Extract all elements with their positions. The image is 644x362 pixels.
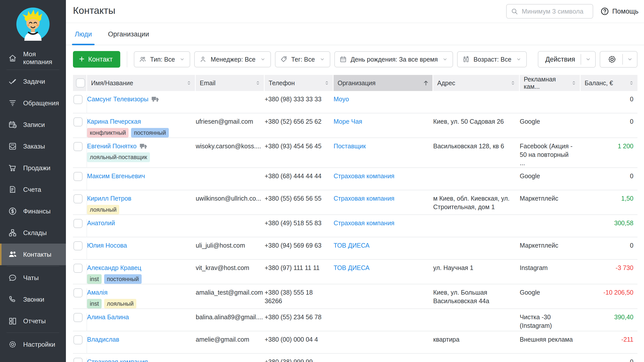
row-checkbox[interactable] <box>73 95 83 104</box>
orders-icon <box>8 142 17 151</box>
cell-balance: 0 <box>581 358 637 362</box>
organization-link[interactable]: Moyo <box>334 96 349 103</box>
row-checkbox[interactable] <box>73 117 83 126</box>
cell-balance: 1 200 <box>581 142 637 167</box>
row-select-cell <box>73 219 87 237</box>
sidebar-item-finance[interactable]: Финансы <box>0 200 66 222</box>
row-checkbox[interactable] <box>73 142 83 151</box>
column-header-phone[interactable]: Телефон <box>265 75 334 91</box>
cell-balance: 1,50 <box>581 194 637 214</box>
sidebar-item-label: Контакты <box>23 251 51 258</box>
organization-link[interactable]: Страховая компания <box>334 195 394 202</box>
column-header-campaign[interactable]: Рекламная кам... <box>520 75 581 91</box>
people-icon <box>139 56 146 63</box>
contact-name-link[interactable]: Алина Балина <box>87 313 129 321</box>
sidebar-item-inquiries[interactable]: Обращения <box>0 92 66 114</box>
cell-campaign: Маркетплейс <box>520 241 581 259</box>
actions-button[interactable]: Действия <box>538 51 596 68</box>
search-box <box>506 4 593 19</box>
contact-name-link[interactable]: Кирилл Петров <box>87 194 131 203</box>
sidebar-item-tasks[interactable]: Задачи <box>0 71 66 92</box>
row-checkbox[interactable] <box>73 264 83 273</box>
sidebar-item-invoices[interactable]: Счета <box>0 179 66 200</box>
sidebar-item-chats[interactable]: Чаты <box>0 267 66 289</box>
help-button[interactable]: Помощь <box>600 7 638 16</box>
sidebar-item-sales[interactable]: Продажи <box>0 157 66 179</box>
cell-name: Карина Печерскаяконфликтныйпостоянный <box>87 117 196 138</box>
table-row: Александр Кравецinstпостоянныйvit_krav@h… <box>73 260 637 284</box>
contact-name-link[interactable]: Карина Печерская <box>87 117 141 126</box>
contact-name-link[interactable]: Александр Кравец <box>87 264 141 272</box>
table-settings-button[interactable] <box>600 51 637 68</box>
row-select-cell <box>73 358 87 362</box>
filter-label: Тип: Все <box>150 56 175 63</box>
contact-name-link[interactable]: Евгений Понятко <box>87 142 137 150</box>
actions-dropdown-toggle[interactable] <box>581 56 595 63</box>
organization-link[interactable]: ТОВ ДИЕСА <box>334 242 370 249</box>
row-select-cell <box>73 172 87 190</box>
row-checkbox[interactable] <box>73 241 83 250</box>
row-checkbox[interactable] <box>73 172 83 181</box>
add-contact-button[interactable]: + Контакт <box>73 51 120 68</box>
contact-name-link[interactable]: Страховая компания <box>87 358 148 362</box>
filter-tag[interactable]: Тег: Все <box>275 51 330 67</box>
organization-link[interactable]: Поставщик <box>334 143 366 150</box>
tab-people[interactable]: Люди <box>74 30 93 45</box>
organization-link[interactable]: Страховая компания <box>334 219 394 227</box>
name-line: Евгений Понятко <box>87 142 191 150</box>
contact-name-link[interactable]: Анатолий <box>87 219 115 227</box>
filter-age[interactable]: Возраст: Все <box>457 51 527 67</box>
sidebar-item-records[interactable]: Записи <box>0 114 66 135</box>
contact-name-link[interactable]: Владислав <box>87 335 119 344</box>
row-checkbox[interactable] <box>73 313 83 322</box>
age-icon <box>462 56 470 63</box>
contact-tag: постоянный <box>104 274 142 284</box>
filter-birthday[interactable]: День рождения: За все время <box>334 51 453 67</box>
funnel-icon <box>8 99 17 108</box>
organization-link[interactable]: Море Чая <box>334 118 362 125</box>
cell-address: м Киев, обл. Киевская, ул. Строительная,… <box>433 194 520 214</box>
filters-group: Тип: ВсеМенеджер: ВсеТег: ВсеДень рожден… <box>134 51 527 67</box>
settings-dropdown-toggle[interactable] <box>623 56 637 63</box>
column-header-balance[interactable]: Баланс, € <box>581 75 637 91</box>
sidebar-item-reports[interactable]: Отчеты <box>0 310 66 332</box>
row-checkbox[interactable] <box>73 194 83 203</box>
row-checkbox[interactable] <box>73 335 83 344</box>
sidebar-item-settings[interactable]: Настройки <box>0 334 66 355</box>
table-row: Максим Евгеньевич+380 (68) 444 44 44Стра… <box>73 168 637 190</box>
column-label: Баланс, € <box>585 79 613 87</box>
sidebar-item-warehouses[interactable]: Склады <box>0 222 66 244</box>
cell-organization <box>334 335 433 353</box>
tag-list: лояльный <box>87 205 191 214</box>
sidebar-item-contacts[interactable]: Контакты <box>0 244 66 265</box>
organization-link[interactable]: ТОВ ДИЕСА <box>334 264 370 271</box>
cart-icon <box>8 163 17 172</box>
select-all-checkbox[interactable] <box>76 78 85 87</box>
row-checkbox[interactable] <box>73 288 83 297</box>
organization-link[interactable]: Страховая компания <box>334 172 394 179</box>
contact-name-link[interactable]: Самсунг Телевизоры <box>87 95 148 103</box>
gear-button-part[interactable] <box>600 55 622 64</box>
filter-type[interactable]: Тип: Все <box>134 51 190 67</box>
filter-label: Менеджер: Все <box>211 56 255 63</box>
cell-balance: 390,40 <box>581 313 637 331</box>
row-checkbox[interactable] <box>73 358 83 362</box>
cell-organization: ТОВ ДИЕСА <box>334 241 433 259</box>
contact-name-link[interactable]: Юлия Носова <box>87 241 127 250</box>
column-header-name[interactable]: Имя/Название <box>87 75 196 91</box>
avatar[interactable] <box>0 0 66 47</box>
search-input[interactable] <box>522 8 589 15</box>
sidebar-item-orders[interactable]: Заказы <box>0 135 66 157</box>
sidebar-item-calls[interactable]: Звонки <box>0 289 66 310</box>
column-header-address[interactable]: Адрес <box>433 75 520 91</box>
tab-organizations[interactable]: Организации <box>107 30 150 45</box>
sidebar-item-company[interactable]: Моя компания <box>0 47 66 69</box>
contact-name-link[interactable]: Максим Евгеньевич <box>87 172 145 180</box>
table-row: Владиславamelie@gmail.com+380 (00) 000 0… <box>73 331 637 354</box>
contact-name-link[interactable]: Амалія <box>87 288 107 297</box>
filter-manager[interactable]: Менеджер: Все <box>194 51 271 67</box>
chevron-down-icon <box>260 56 266 62</box>
column-header-email[interactable]: Email <box>196 75 265 91</box>
column-header-org[interactable]: Организация <box>334 75 433 91</box>
row-checkbox[interactable] <box>73 219 83 228</box>
